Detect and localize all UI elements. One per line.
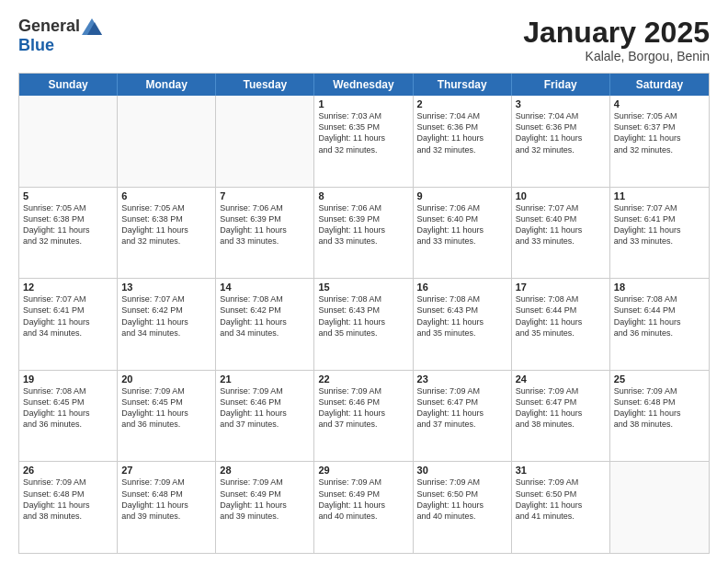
logo-icon xyxy=(82,18,102,35)
day-number: 8 xyxy=(318,190,408,201)
day-number: 15 xyxy=(318,282,408,293)
day-cell-9: 9Sunrise: 7:06 AM Sunset: 6:40 PM Daylig… xyxy=(414,188,512,279)
day-cell-31: 31Sunrise: 7:09 AM Sunset: 6:50 PM Dayli… xyxy=(512,462,610,553)
day-number: 29 xyxy=(318,465,408,476)
day-cell-16: 16Sunrise: 7:08 AM Sunset: 6:43 PM Dayli… xyxy=(414,279,512,370)
day-cell-14: 14Sunrise: 7:08 AM Sunset: 6:42 PM Dayli… xyxy=(216,279,314,370)
day-info: Sunrise: 7:09 AM Sunset: 6:47 PM Dayligh… xyxy=(417,385,507,431)
day-info: Sunrise: 7:09 AM Sunset: 6:48 PM Dayligh… xyxy=(614,385,705,431)
header-day-tuesday: Tuesday xyxy=(216,74,314,96)
day-cell-18: 18Sunrise: 7:08 AM Sunset: 6:44 PM Dayli… xyxy=(610,279,709,370)
day-number: 10 xyxy=(516,190,606,201)
empty-cell-0-0 xyxy=(19,96,118,187)
day-cell-12: 12Sunrise: 7:07 AM Sunset: 6:41 PM Dayli… xyxy=(19,279,118,370)
day-number: 1 xyxy=(318,98,408,109)
day-info: Sunrise: 7:09 AM Sunset: 6:49 PM Dayligh… xyxy=(318,477,408,522)
day-cell-28: 28Sunrise: 7:09 AM Sunset: 6:49 PM Dayli… xyxy=(216,462,314,553)
month-title: January 2025 xyxy=(523,17,710,49)
day-cell-21: 21Sunrise: 7:09 AM Sunset: 6:46 PM Dayli… xyxy=(216,371,314,462)
calendar-row-2: 12Sunrise: 7:07 AM Sunset: 6:41 PM Dayli… xyxy=(19,278,709,370)
day-info: Sunrise: 7:08 AM Sunset: 6:42 PM Dayligh… xyxy=(220,293,310,339)
day-info: Sunrise: 7:09 AM Sunset: 6:50 PM Dayligh… xyxy=(516,477,606,522)
day-number: 3 xyxy=(516,98,606,109)
day-number: 30 xyxy=(417,465,507,476)
day-info: Sunrise: 7:09 AM Sunset: 6:49 PM Dayligh… xyxy=(220,477,310,522)
empty-cell-4-6 xyxy=(610,462,709,553)
day-number: 14 xyxy=(220,282,310,293)
calendar-row-1: 5Sunrise: 7:05 AM Sunset: 6:38 PM Daylig… xyxy=(19,187,709,279)
day-cell-30: 30Sunrise: 7:09 AM Sunset: 6:50 PM Dayli… xyxy=(414,462,512,553)
day-info: Sunrise: 7:03 AM Sunset: 6:35 PM Dayligh… xyxy=(318,110,408,155)
day-info: Sunrise: 7:05 AM Sunset: 6:38 PM Dayligh… xyxy=(121,202,211,247)
day-number: 5 xyxy=(23,190,113,201)
day-cell-11: 11Sunrise: 7:07 AM Sunset: 6:41 PM Dayli… xyxy=(610,188,709,279)
day-cell-17: 17Sunrise: 7:08 AM Sunset: 6:44 PM Dayli… xyxy=(512,279,610,370)
day-cell-23: 23Sunrise: 7:09 AM Sunset: 6:47 PM Dayli… xyxy=(414,371,512,462)
empty-cell-0-2 xyxy=(216,96,314,187)
day-number: 6 xyxy=(121,190,211,201)
day-number: 25 xyxy=(614,373,705,385)
day-info: Sunrise: 7:08 AM Sunset: 6:44 PM Dayligh… xyxy=(614,293,705,339)
day-cell-7: 7Sunrise: 7:06 AM Sunset: 6:39 PM Daylig… xyxy=(216,188,314,279)
day-cell-10: 10Sunrise: 7:07 AM Sunset: 6:40 PM Dayli… xyxy=(512,188,610,279)
day-number: 20 xyxy=(121,373,211,385)
day-info: Sunrise: 7:09 AM Sunset: 6:50 PM Dayligh… xyxy=(417,477,507,522)
day-cell-6: 6Sunrise: 7:05 AM Sunset: 6:38 PM Daylig… xyxy=(118,188,216,279)
day-info: Sunrise: 7:09 AM Sunset: 6:48 PM Dayligh… xyxy=(23,477,113,522)
logo: General Blue xyxy=(18,17,102,55)
day-number: 7 xyxy=(220,190,310,201)
page: General Blue January 2025 Kalale, Borgou… xyxy=(0,0,728,563)
title-block: January 2025 Kalale, Borgou, Benin xyxy=(523,17,710,63)
day-info: Sunrise: 7:09 AM Sunset: 6:46 PM Dayligh… xyxy=(220,385,310,431)
location: Kalale, Borgou, Benin xyxy=(523,49,710,63)
calendar-row-0: 1Sunrise: 7:03 AM Sunset: 6:35 PM Daylig… xyxy=(19,96,709,187)
day-info: Sunrise: 7:09 AM Sunset: 6:48 PM Dayligh… xyxy=(121,477,211,522)
day-number: 17 xyxy=(516,282,606,293)
day-info: Sunrise: 7:04 AM Sunset: 6:36 PM Dayligh… xyxy=(516,110,606,155)
header-day-monday: Monday xyxy=(118,74,216,96)
header-day-thursday: Thursday xyxy=(414,74,512,96)
calendar: SundayMondayTuesdayWednesdayThursdayFrid… xyxy=(18,73,710,554)
day-cell-20: 20Sunrise: 7:09 AM Sunset: 6:45 PM Dayli… xyxy=(118,371,216,462)
day-info: Sunrise: 7:07 AM Sunset: 6:41 PM Dayligh… xyxy=(614,202,705,247)
day-number: 2 xyxy=(417,98,507,109)
day-cell-24: 24Sunrise: 7:09 AM Sunset: 6:47 PM Dayli… xyxy=(512,371,610,462)
day-cell-3: 3Sunrise: 7:04 AM Sunset: 6:36 PM Daylig… xyxy=(512,96,610,187)
day-info: Sunrise: 7:04 AM Sunset: 6:36 PM Dayligh… xyxy=(417,110,507,155)
day-info: Sunrise: 7:08 AM Sunset: 6:44 PM Dayligh… xyxy=(516,293,606,339)
day-cell-27: 27Sunrise: 7:09 AM Sunset: 6:48 PM Dayli… xyxy=(118,462,216,553)
empty-cell-0-1 xyxy=(118,96,216,187)
calendar-row-4: 26Sunrise: 7:09 AM Sunset: 6:48 PM Dayli… xyxy=(19,461,709,553)
day-number: 4 xyxy=(614,98,705,109)
header-day-friday: Friday xyxy=(512,74,610,96)
day-cell-1: 1Sunrise: 7:03 AM Sunset: 6:35 PM Daylig… xyxy=(314,96,413,187)
day-cell-4: 4Sunrise: 7:05 AM Sunset: 6:37 PM Daylig… xyxy=(610,96,709,187)
day-cell-13: 13Sunrise: 7:07 AM Sunset: 6:42 PM Dayli… xyxy=(118,279,216,370)
day-number: 27 xyxy=(121,465,211,476)
day-info: Sunrise: 7:08 AM Sunset: 6:45 PM Dayligh… xyxy=(23,385,113,431)
logo-blue-text: Blue xyxy=(18,36,54,55)
day-info: Sunrise: 7:09 AM Sunset: 6:45 PM Dayligh… xyxy=(121,385,211,431)
day-number: 13 xyxy=(121,282,211,293)
day-number: 22 xyxy=(318,373,408,385)
calendar-header: SundayMondayTuesdayWednesdayThursdayFrid… xyxy=(19,74,709,96)
day-cell-22: 22Sunrise: 7:09 AM Sunset: 6:46 PM Dayli… xyxy=(314,371,413,462)
day-number: 24 xyxy=(516,373,606,385)
calendar-body: 1Sunrise: 7:03 AM Sunset: 6:35 PM Daylig… xyxy=(19,96,709,553)
header-day-saturday: Saturday xyxy=(610,74,709,96)
day-info: Sunrise: 7:07 AM Sunset: 6:41 PM Dayligh… xyxy=(23,293,113,339)
day-info: Sunrise: 7:09 AM Sunset: 6:46 PM Dayligh… xyxy=(318,385,408,431)
header: General Blue January 2025 Kalale, Borgou… xyxy=(18,17,710,63)
day-info: Sunrise: 7:07 AM Sunset: 6:40 PM Dayligh… xyxy=(516,202,606,247)
day-cell-19: 19Sunrise: 7:08 AM Sunset: 6:45 PM Dayli… xyxy=(19,371,118,462)
day-number: 9 xyxy=(417,190,507,201)
day-cell-15: 15Sunrise: 7:08 AM Sunset: 6:43 PM Dayli… xyxy=(314,279,413,370)
calendar-row-3: 19Sunrise: 7:08 AM Sunset: 6:45 PM Dayli… xyxy=(19,370,709,462)
day-info: Sunrise: 7:08 AM Sunset: 6:43 PM Dayligh… xyxy=(417,293,507,339)
day-info: Sunrise: 7:09 AM Sunset: 6:47 PM Dayligh… xyxy=(516,385,606,431)
day-cell-8: 8Sunrise: 7:06 AM Sunset: 6:39 PM Daylig… xyxy=(314,188,413,279)
logo-general-text: General xyxy=(18,17,80,36)
day-info: Sunrise: 7:06 AM Sunset: 6:39 PM Dayligh… xyxy=(220,202,310,247)
day-cell-25: 25Sunrise: 7:09 AM Sunset: 6:48 PM Dayli… xyxy=(610,371,709,462)
day-number: 11 xyxy=(614,190,705,201)
